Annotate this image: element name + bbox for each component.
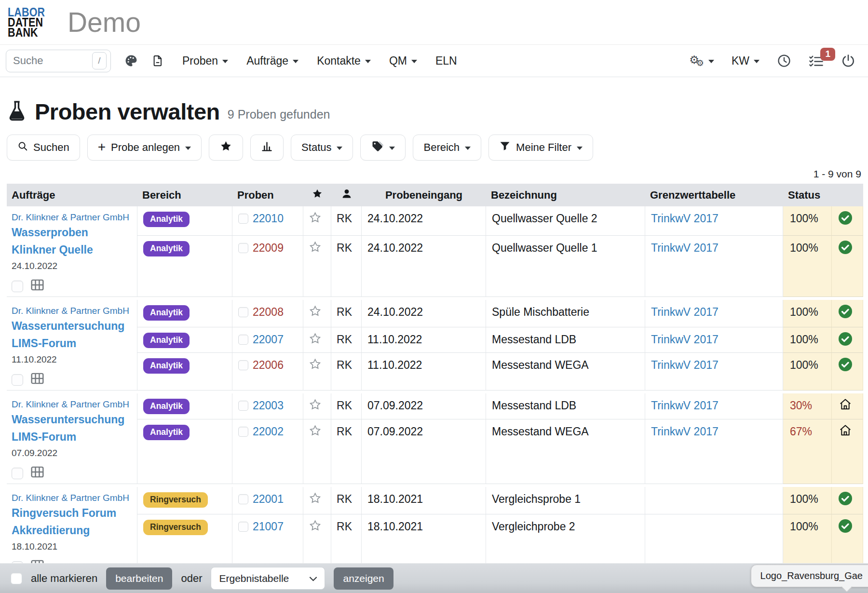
favorite-star-icon[interactable]	[309, 214, 322, 226]
order-subtitle-link[interactable]: LIMS-Forum	[12, 431, 76, 443]
limit-table-link[interactable]: TrinkwV 2017	[651, 425, 719, 438]
menu-proben[interactable]: Proben	[182, 54, 228, 67]
show-button[interactable]: anzeigen	[334, 567, 393, 590]
client-link[interactable]: Dr. Klinkner & Partner GmbH	[12, 306, 129, 316]
limit-table-link[interactable]: TrinkwV 2017	[651, 212, 719, 225]
sample-description: Messestand LDB	[486, 393, 645, 419]
menu-qm[interactable]: QM	[389, 54, 417, 67]
order-cell: Dr. Klinkner & Partner GmbH Wasserunters…	[7, 300, 137, 391]
favorite-star-icon[interactable]	[309, 401, 322, 413]
assignee: RK	[331, 300, 362, 327]
progress-percent: 30%	[783, 393, 832, 419]
sample-link[interactable]: 22007	[253, 333, 284, 346]
sample-link[interactable]: 22010	[253, 212, 284, 225]
order-checkbox[interactable]	[12, 281, 23, 292]
search-button[interactable]: Suchen	[7, 135, 80, 161]
order-date: 24.10.2022	[12, 261, 132, 271]
tasks-icon[interactable]: 1	[809, 54, 824, 68]
order-title-link[interactable]: Wasserproben	[12, 226, 88, 239]
sample-link[interactable]: 22002	[253, 425, 284, 438]
assignee: RK	[331, 206, 362, 236]
grid-table-icon[interactable]	[31, 466, 44, 481]
favorite-star-icon[interactable]	[309, 361, 322, 373]
progress-percent: 100%	[783, 353, 832, 391]
favorite-star-icon[interactable]	[309, 427, 322, 439]
bereich-badge: Analytik	[143, 241, 190, 256]
order-cell: Dr. Klinkner & Partner GmbH Wasserunters…	[7, 393, 137, 484]
row-checkbox[interactable]	[238, 335, 248, 345]
sample-description: Messestand LDB	[486, 327, 645, 353]
row-checkbox[interactable]	[238, 360, 248, 370]
user-menu[interactable]: KW	[732, 54, 760, 67]
order-checkbox[interactable]	[12, 468, 23, 479]
tags-filter-button[interactable]	[360, 135, 406, 161]
sample-link[interactable]: 22003	[253, 399, 284, 412]
settings-menu[interactable]: ⚙⚙	[689, 54, 714, 67]
received-date: 07.09.2022	[362, 393, 486, 419]
favorite-star-icon[interactable]	[309, 495, 322, 507]
favorite-star-icon[interactable]	[309, 335, 322, 347]
search-input[interactable]	[13, 54, 88, 67]
row-checkbox[interactable]	[238, 214, 248, 224]
sample-link[interactable]: 22006	[253, 359, 284, 372]
bereich-filter-button[interactable]: Bereich	[413, 135, 481, 161]
favorite-star-icon[interactable]	[309, 308, 322, 320]
main-navbar: / Proben Aufträge Kontakte QM ELN ⚙⚙ KW …	[0, 44, 868, 77]
my-filters-button[interactable]: Meine Filter	[488, 135, 593, 161]
sample-link[interactable]: 22008	[253, 306, 284, 319]
result-table-select[interactable]: Ergebnistabelle	[211, 567, 325, 590]
palette-icon[interactable]	[124, 54, 138, 67]
col-header-favorite	[303, 184, 331, 206]
client-link[interactable]: Dr. Klinkner & Partner GmbH	[12, 399, 129, 409]
sample-link[interactable]: 22009	[253, 242, 284, 255]
menu-eln[interactable]: ELN	[435, 54, 457, 67]
status-filter-button[interactable]: Status	[291, 135, 353, 161]
favorites-button[interactable]	[209, 135, 243, 161]
row-checkbox[interactable]	[238, 427, 248, 437]
limit-table-link[interactable]: TrinkwV 2017	[651, 242, 719, 254]
grid-table-icon[interactable]	[31, 279, 44, 294]
menu-auftraege[interactable]: Aufträge	[246, 54, 298, 67]
received-date: 11.10.2022	[362, 353, 486, 391]
row-checkbox[interactable]	[238, 494, 248, 504]
labordatenbank-logo[interactable]: LABOR DATEN BANK	[8, 7, 45, 38]
menu-kontakte[interactable]: Kontakte	[317, 54, 371, 67]
row-checkbox[interactable]	[238, 401, 248, 411]
order-title-link[interactable]: Ringversuch Forum	[12, 507, 116, 519]
client-link[interactable]: Dr. Klinkner & Partner GmbH	[12, 493, 129, 503]
create-sample-button[interactable]: + Probe anlegen	[87, 135, 202, 161]
order-date: 18.10.2021	[12, 541, 132, 552]
row-checkbox[interactable]	[238, 522, 248, 532]
bar-chart-button[interactable]	[250, 135, 284, 161]
notification-badge: 1	[820, 48, 835, 61]
row-checkbox[interactable]	[238, 307, 248, 317]
order-checkbox[interactable]	[12, 374, 23, 386]
favorite-star-icon[interactable]	[309, 522, 322, 534]
status-check-icon	[832, 487, 863, 514]
limit-table-link[interactable]: TrinkwV 2017	[651, 306, 719, 318]
order-subtitle-link[interactable]: Klinkner Quelle	[12, 243, 93, 256]
bar-chart-icon	[261, 140, 273, 155]
order-subtitle-link[interactable]: LIMS-Forum	[12, 337, 76, 350]
limit-table-link[interactable]: TrinkwV 2017	[651, 359, 719, 371]
order-subtitle-link[interactable]: Akkreditierung	[12, 524, 90, 537]
sample-link[interactable]: 21007	[253, 520, 284, 533]
funnel-icon	[499, 140, 511, 155]
limit-table-link[interactable]: TrinkwV 2017	[651, 333, 719, 346]
order-title-link[interactable]: Wasseruntersuchung	[12, 413, 124, 426]
power-icon[interactable]	[841, 54, 855, 68]
samples-table: Aufträge Bereich Proben Probeneingang Be…	[7, 184, 863, 578]
select-all-checkbox[interactable]	[11, 573, 22, 584]
limit-table-link[interactable]: TrinkwV 2017	[651, 399, 719, 412]
favorite-star-icon[interactable]	[309, 243, 322, 256]
clock-icon[interactable]	[777, 54, 791, 68]
client-link[interactable]: Dr. Klinkner & Partner GmbH	[12, 212, 129, 222]
order-title-link[interactable]: Wasseruntersuchung	[12, 320, 124, 332]
grid-table-icon[interactable]	[31, 373, 44, 387]
col-header-grenzwerttabelle: Grenzwerttabelle	[645, 184, 783, 206]
row-checkbox[interactable]	[238, 243, 248, 253]
edit-button[interactable]: bearbeiten	[106, 567, 172, 590]
global-search[interactable]: /	[6, 50, 111, 72]
sample-link[interactable]: 22001	[253, 493, 284, 506]
document-icon[interactable]	[151, 54, 164, 67]
